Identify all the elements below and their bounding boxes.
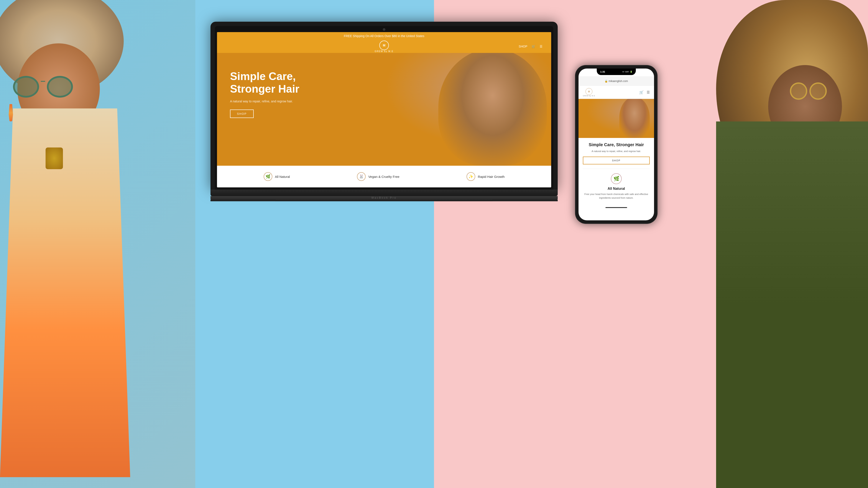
sunglass-lens-left <box>13 76 39 98</box>
lock-icon: 🔒 <box>604 79 608 83</box>
hero-shop-button[interactable]: SHOP <box>230 109 254 118</box>
iphone-device: 1:35 ▪▪▪ WiFi 🔋 🔒 mikaenglish.com M <box>575 65 657 224</box>
macbook-hinge <box>211 190 558 196</box>
macbook-device: FREE Shipping On All Orders Over $80 in … <box>211 22 558 201</box>
macbook-bezel: FREE Shipping On All Orders Over $80 in … <box>215 26 553 190</box>
signal-icon: ▪▪▪ <box>622 71 624 73</box>
website-banner: FREE Shipping On All Orders Over $80 in … <box>217 32 551 40</box>
website-nav: M GREW by M.E SHOP 🛒 ☰ <box>217 40 551 53</box>
website-logo: M GREW by M.E <box>375 40 394 53</box>
phone-menu-icon[interactable]: ☰ <box>647 90 650 94</box>
phone-feature-desc: Free your head from harsh chemicals with… <box>583 192 650 200</box>
iphone-screen: 🔒 mikaenglish.com M GREW by M.E 🛒 ☰ <box>579 69 654 220</box>
phone-logo: M GREW by M.E <box>583 88 595 97</box>
phone-nav-icons: 🛒 ☰ <box>639 90 650 94</box>
phone-content: Simple Care, Stronger Hair A natural way… <box>579 138 654 169</box>
macbook-base: MacBook Pro <box>211 196 558 199</box>
feature-natural-icon: 🌿 <box>264 172 272 181</box>
feature-growth-icon: ✨ <box>467 172 475 181</box>
macbook-label: MacBook Pro <box>372 196 397 199</box>
macbook-base-bottom <box>211 199 558 201</box>
phone-logo-circle: M <box>586 88 592 95</box>
sunglasses-left <box>13 76 73 98</box>
iphone-outer: 1:35 ▪▪▪ WiFi 🔋 🔒 mikaenglish.com M <box>575 65 657 224</box>
earring-drop <box>9 104 13 122</box>
iphone-time: 1:35 <box>600 70 605 73</box>
feature-natural: 🌿 All Natural <box>264 172 290 181</box>
macbook-screen: FREE Shipping On All Orders Over $80 in … <box>217 32 551 187</box>
feature-growth-label: Rapid Hair Growth <box>478 175 504 178</box>
necklace-left <box>22 148 87 191</box>
body-right <box>716 122 868 488</box>
main-content: FREE Shipping On All Orders Over $80 in … <box>152 22 716 466</box>
feature-vegan: 🐰 Vegan & Cruelty Free <box>357 172 399 181</box>
hero-title: Simple Care, Stronger Hair <box>230 70 300 95</box>
menu-icon[interactable]: ☰ <box>540 45 542 48</box>
status-icons: ▪▪▪ WiFi 🔋 <box>622 71 632 73</box>
sunglass-bridge <box>41 81 45 82</box>
feature-growth: ✨ Rapid Hair Growth <box>467 172 504 181</box>
feature-vegan-label: Vegan & Cruelty Free <box>368 175 399 178</box>
right-lens-right <box>809 83 827 100</box>
phone-hero-woman <box>619 99 650 138</box>
phone-divider <box>583 169 650 169</box>
hero-content: Simple Care, Stronger Hair A natural way… <box>230 70 300 118</box>
phone-feature-icon: 🌿 <box>611 173 622 184</box>
phone-home-bar <box>579 204 654 211</box>
phone-nav: M GREW by M.E 🛒 ☰ <box>579 86 654 99</box>
phone-url: mikaenglish.com <box>609 79 628 83</box>
phone-cart-icon[interactable]: 🛒 <box>639 90 644 94</box>
phone-hero-subtitle: A natural way to repair, refine, and reg… <box>583 150 650 153</box>
necklace-pendant <box>45 148 63 169</box>
hero-title-line1: Simple Care, <box>230 70 296 83</box>
macbook-outer: FREE Shipping On All Orders Over $80 in … <box>211 22 558 190</box>
phone-logo-letter: M <box>588 91 590 93</box>
iphone-notch: 1:35 ▪▪▪ WiFi 🔋 <box>597 69 636 75</box>
macbook-camera <box>383 28 385 31</box>
home-indicator <box>606 207 627 208</box>
phone-hero-title: Simple Care, Stronger Hair <box>583 142 650 147</box>
right-lens-left <box>790 83 807 100</box>
hero-subtitle: A natural way to repair, refine, and reg… <box>230 100 300 103</box>
banner-text: FREE Shipping On All Orders Over $80 in … <box>344 34 424 38</box>
hero-title-line2: Stronger Hair <box>230 83 300 95</box>
phone-logo-brand: GREW by M.E <box>583 95 595 97</box>
phone-url-bar: 🔒 mikaenglish.com <box>579 76 654 86</box>
nav-links: SHOP 🛒 ☰ <box>519 45 542 48</box>
sunglasses-right <box>790 83 850 100</box>
sunglass-lens-right <box>47 76 73 98</box>
phone-feature-title: All Natural <box>608 187 625 191</box>
phone-hero <box>579 99 654 138</box>
phone-shop-button[interactable]: SHOP <box>583 157 650 164</box>
macbook-foot-left <box>211 199 276 201</box>
wifi-icon: WiFi <box>625 71 629 73</box>
earring-left <box>9 104 13 122</box>
feature-natural-label: All Natural <box>275 175 290 178</box>
macbook-foot-right <box>493 199 558 201</box>
battery-icon: 🔋 <box>630 71 632 73</box>
cart-icon[interactable]: 🛒 <box>532 45 535 48</box>
feature-vegan-icon: 🐰 <box>357 172 366 181</box>
phone-feature-section: 🌿 All Natural Free your head from harsh … <box>579 173 654 204</box>
website-hero: Simple Care, Stronger Hair A natural way… <box>217 53 551 166</box>
hero-woman <box>438 53 547 166</box>
nav-shop-link[interactable]: SHOP <box>519 45 527 48</box>
website-features: 🌿 All Natural 🐰 Vegan & Cruelty Free ✨ R… <box>217 166 551 187</box>
logo-letter: M <box>383 43 385 47</box>
logo-circle: M <box>379 40 389 50</box>
logo-brand: GREW by M.E <box>375 50 394 53</box>
